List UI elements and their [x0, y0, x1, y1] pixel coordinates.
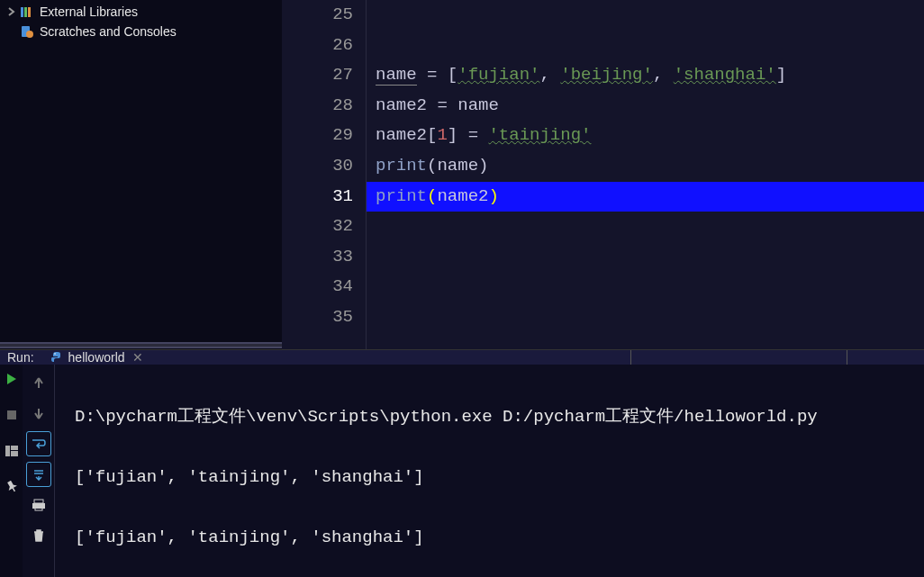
code-line-active: print(name2)	[367, 182, 924, 212]
console-output[interactable]: D:\pycharm工程文件\venv\Scripts\python.exe D…	[55, 365, 924, 577]
sidebar-item-external-libraries[interactable]: External Libraries	[0, 2, 282, 22]
svg-rect-1	[24, 7, 27, 17]
toolbar-separator	[847, 350, 924, 365]
toolbar-separator	[630, 350, 847, 365]
code-editor[interactable]: 25 26 27 28 29 30 31 32 33 34 35 name = …	[282, 0, 924, 349]
svg-rect-7	[5, 446, 10, 456]
scratch-icon	[20, 25, 34, 38]
code-line	[367, 212, 924, 242]
line-number: 29	[282, 121, 353, 151]
svg-rect-2	[28, 7, 31, 17]
line-number: 34	[282, 272, 353, 302]
line-number: 26	[282, 31, 353, 61]
pin-button[interactable]	[5, 480, 19, 494]
svg-rect-10	[34, 500, 43, 503]
sidebar-item-scratches[interactable]: Scratches and Consoles	[0, 22, 282, 41]
line-number: 32	[282, 212, 353, 242]
line-gutter: 25 26 27 28 29 30 31 32 33 34 35	[282, 0, 367, 349]
run-tab[interactable]: helloworld ✕	[41, 350, 152, 365]
code-line	[367, 0, 924, 31]
svg-rect-11	[32, 503, 45, 509]
close-icon[interactable]: ✕	[132, 350, 143, 365]
code-line: name2[1] = 'tainjing'	[367, 121, 924, 151]
code-area[interactable]: name = ['fujian', 'beijing', 'shanghai']…	[367, 0, 924, 349]
console-line: ['fujian', 'tainjing', 'shanghai']	[75, 463, 915, 493]
up-button[interactable]	[26, 370, 51, 395]
sidebar-resize-handle[interactable]	[0, 342, 282, 348]
code-line: print(name)	[367, 151, 924, 182]
line-number: 27	[282, 60, 353, 91]
code-line	[367, 31, 924, 61]
svg-rect-0	[21, 7, 23, 17]
project-sidebar: External Libraries Scratches and Console…	[0, 0, 282, 349]
trash-button[interactable]	[26, 523, 51, 548]
print-button[interactable]	[26, 492, 51, 518]
svg-point-5	[54, 353, 56, 355]
line-number: 31	[282, 182, 353, 212]
line-number: 30	[282, 151, 353, 182]
line-number: 25	[282, 0, 353, 31]
sidebar-item-label: Scratches and Consoles	[40, 24, 177, 39]
svg-point-4	[26, 31, 33, 38]
layout-button[interactable]	[5, 444, 19, 458]
console-line: D:\pycharm工程文件\venv\Scripts\python.exe D…	[75, 402, 915, 433]
run-toolbar: Run: helloworld ✕	[0, 349, 924, 365]
code-line	[367, 272, 924, 302]
run-label: Run:	[0, 350, 41, 365]
run-tab-label: helloworld	[68, 350, 125, 365]
code-line: name = ['fujian', 'beijing', 'shanghai']	[367, 60, 924, 91]
sidebar-item-label: External Libraries	[40, 5, 138, 19]
console-line: ['fujian', 'tainjing', 'shanghai']	[75, 523, 915, 554]
code-line	[367, 302, 924, 333]
svg-rect-6	[7, 410, 16, 419]
run-button[interactable]	[5, 372, 19, 386]
wrap-button[interactable]	[26, 431, 51, 456]
chevron-right-icon	[7, 7, 16, 16]
down-button[interactable]	[26, 401, 51, 426]
nav-column	[23, 365, 55, 577]
line-number: 35	[282, 302, 353, 333]
scroll-button[interactable]	[26, 462, 51, 487]
code-line	[367, 242, 924, 273]
stop-button[interactable]	[5, 408, 19, 422]
svg-rect-9	[11, 451, 18, 456]
svg-rect-8	[11, 446, 18, 450]
library-icon	[20, 5, 34, 18]
line-number: 28	[282, 91, 353, 122]
code-line: name2 = name	[367, 91, 924, 122]
line-number: 33	[282, 242, 353, 273]
tool-column	[0, 365, 23, 577]
python-icon	[50, 351, 63, 364]
